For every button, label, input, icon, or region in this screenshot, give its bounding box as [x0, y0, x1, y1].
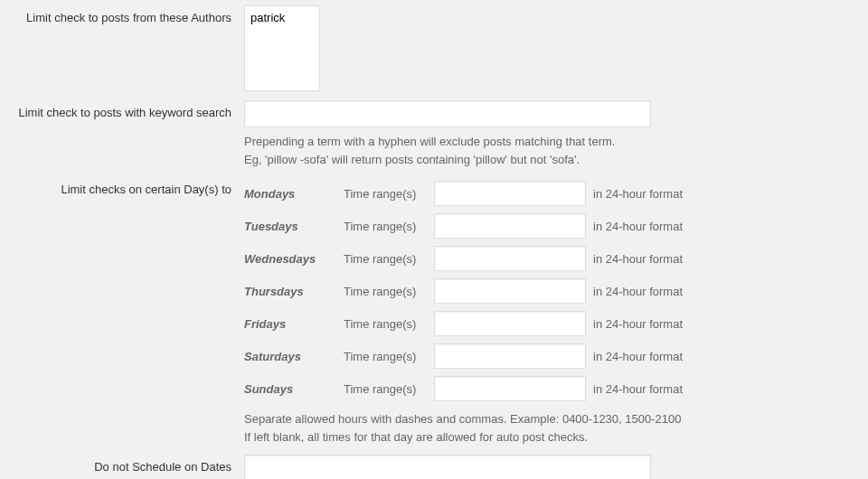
day-row: Wednesdays Time range(s) in 24-hour form…	[244, 242, 690, 275]
day-name: Wednesdays	[244, 242, 344, 275]
day-name: Sundays	[244, 372, 344, 405]
keyword-help-line2: Eg, 'pillow -sofa' will return posts con…	[244, 153, 580, 166]
time-range-label: Time range(s)	[344, 340, 434, 372]
day-row: Fridays Time range(s) in 24-hour format	[244, 307, 690, 340]
label-keyword: Limit check to posts with keyword search	[0, 100, 244, 119]
time-range-input-sun[interactable]	[434, 376, 586, 401]
control-exclude-dates: Separate exclusion dates with commas. Re…	[244, 455, 868, 479]
time-range-input-thu[interactable]	[434, 278, 586, 304]
time-range-suffix: in 24-hour format	[593, 340, 690, 372]
time-range-input-mon[interactable]	[434, 181, 586, 206]
time-range-suffix: in 24-hour format	[593, 307, 690, 340]
row-authors: Limit check to posts from these Authors …	[0, 5, 868, 91]
label-exclude-dates: Do not Schedule on Dates	[0, 455, 244, 474]
days-help-line1: Separate allowed hours with dashes and c…	[244, 412, 681, 426]
day-name: Fridays	[244, 307, 344, 340]
day-name: Mondays	[244, 177, 344, 210]
day-name: Thursdays	[244, 275, 344, 307]
day-row: Saturdays Time range(s) in 24-hour forma…	[244, 340, 690, 372]
time-range-label: Time range(s)	[344, 210, 434, 242]
days-help: Separate allowed hours with dashes and c…	[244, 410, 859, 446]
exclude-dates-input[interactable]	[244, 455, 651, 479]
time-range-label: Time range(s)	[344, 275, 434, 307]
label-days: Limit checks on certain Day(s) to	[0, 177, 244, 196]
control-keyword: Prepending a term with a hyphen will exc…	[244, 100, 868, 168]
author-option[interactable]: patrick	[247, 8, 317, 27]
row-keyword: Limit check to posts with keyword search…	[0, 100, 868, 168]
control-authors: patrick	[244, 5, 868, 91]
time-range-suffix: in 24-hour format	[593, 177, 690, 210]
keyword-help: Prepending a term with a hyphen will exc…	[244, 133, 859, 168]
day-name: Tuesdays	[244, 210, 344, 242]
day-row: Mondays Time range(s) in 24-hour format	[244, 177, 690, 210]
time-range-suffix: in 24-hour format	[593, 242, 690, 275]
days-table: Mondays Time range(s) in 24-hour format …	[244, 177, 690, 405]
day-name: Saturdays	[244, 340, 344, 372]
time-range-input-sat[interactable]	[434, 343, 586, 369]
day-row: Thursdays Time range(s) in 24-hour forma…	[244, 275, 690, 307]
time-range-label: Time range(s)	[344, 307, 434, 340]
time-range-suffix: in 24-hour format	[593, 210, 690, 242]
time-range-label: Time range(s)	[344, 372, 434, 405]
day-row: Sundays Time range(s) in 24-hour format	[244, 372, 690, 405]
time-range-input-tue[interactable]	[434, 213, 586, 239]
authors-select[interactable]: patrick	[244, 5, 320, 91]
row-exclude-dates: Do not Schedule on Dates Separate exclus…	[0, 455, 868, 479]
time-range-suffix: in 24-hour format	[593, 275, 690, 307]
time-range-input-wed[interactable]	[434, 246, 586, 271]
keyword-help-line1: Prepending a term with a hyphen will exc…	[244, 135, 615, 148]
label-authors: Limit check to posts from these Authors	[0, 5, 244, 24]
control-days: Mondays Time range(s) in 24-hour format …	[244, 177, 868, 446]
time-range-label: Time range(s)	[344, 177, 434, 210]
keyword-input[interactable]	[244, 100, 651, 127]
time-range-label: Time range(s)	[344, 242, 434, 275]
time-range-input-fri[interactable]	[434, 311, 586, 336]
days-help-line2: If left blank, all times for that day ar…	[244, 430, 588, 444]
time-range-suffix: in 24-hour format	[593, 372, 690, 405]
settings-form: Limit check to posts from these Authors …	[0, 0, 868, 479]
day-row: Tuesdays Time range(s) in 24-hour format	[244, 210, 690, 242]
row-days: Limit checks on certain Day(s) to Monday…	[0, 177, 868, 446]
